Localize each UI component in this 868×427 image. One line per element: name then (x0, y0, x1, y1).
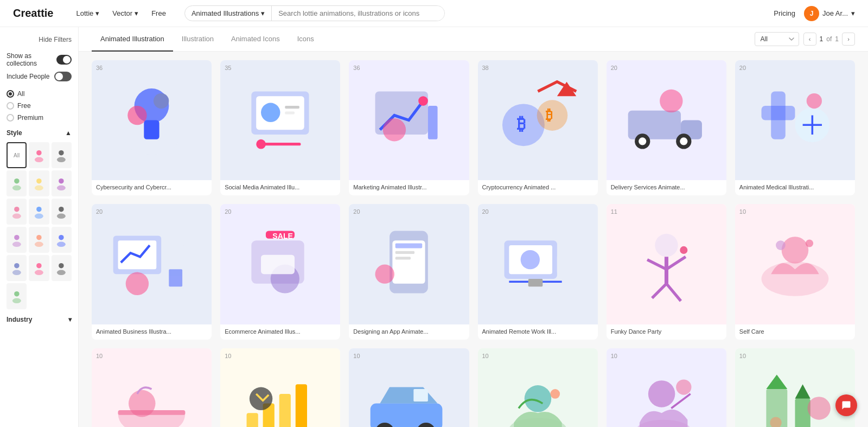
item-thumbnail: 36 (92, 60, 212, 180)
industry-section-header[interactable]: Industry ▾ (7, 316, 72, 323)
item-card[interactable]: 10 Aunties Cooking Show (478, 348, 598, 427)
item-card[interactable]: 10 Investment and Finances (349, 348, 469, 427)
item-card[interactable]: 11 Funky Dance Party (607, 204, 726, 339)
pricing-link[interactable]: Pricing (774, 9, 795, 17)
svg-point-113 (676, 379, 691, 394)
svg-line-88 (666, 257, 685, 269)
svg-point-6 (36, 178, 42, 183)
style-section-header[interactable]: Style ▲ (7, 129, 72, 137)
nav-lottie[interactable]: Lottie ▾ (71, 6, 105, 21)
item-thumbnail: 38 ₿ ₿ (478, 60, 598, 180)
svg-line-90 (666, 283, 681, 301)
item-count: 10 (482, 353, 489, 359)
svg-point-109 (524, 385, 551, 412)
tabs-right-controls: All Newest Popular ‹ 1 of 1 › (755, 32, 855, 46)
prev-page-top[interactable]: ‹ (803, 33, 816, 46)
item-count: 20 (96, 208, 103, 215)
item-count: 10 (353, 353, 360, 359)
item-card[interactable]: 20 SALE Ecommerce Animated Illus... (220, 204, 340, 339)
svg-rect-108 (414, 389, 429, 401)
item-card[interactable]: 36 Marketing Animated Illustr... (349, 60, 469, 195)
search-input[interactable] (272, 6, 444, 21)
tab-illustration[interactable]: Illustration (173, 27, 222, 52)
svg-point-24 (36, 263, 42, 268)
style-cell-f[interactable] (7, 199, 27, 225)
radio-premium-circle (7, 114, 14, 122)
item-count: 35 (225, 65, 231, 71)
style-cell-l[interactable] (7, 255, 27, 281)
hide-filters-button[interactable]: Hide Filters (7, 36, 72, 43)
avatar: J (804, 6, 819, 21)
style-cell-all[interactable]: All (7, 142, 27, 168)
item-card[interactable]: 20 Animated Remote Work Ill... (478, 204, 598, 339)
svg-point-7 (35, 185, 43, 190)
svg-line-89 (652, 283, 667, 298)
style-cell-k[interactable] (52, 227, 72, 253)
include-people-toggle[interactable] (54, 72, 72, 81)
search-category-dropdown[interactable]: Animated Illustrations ▾ (185, 6, 272, 21)
chat-bubble[interactable] (835, 394, 857, 416)
style-cell-j[interactable] (29, 199, 49, 225)
item-card[interactable]: 10 Self Care (735, 204, 855, 339)
item-card[interactable]: 20 Delivery Services Animate... (607, 60, 726, 195)
svg-rect-76 (395, 251, 414, 253)
user-menu[interactable]: J Joe Ar... ▾ (804, 6, 855, 21)
item-count: 11 (611, 208, 617, 215)
svg-point-8 (59, 178, 65, 183)
svg-text:SALE: SALE (273, 231, 293, 240)
style-cell-m[interactable] (29, 255, 49, 281)
item-title: Self Care (735, 324, 855, 340)
style-cell-a[interactable] (29, 142, 49, 168)
tab-animated-illustration[interactable]: Animated Illustration (92, 27, 173, 52)
radio-free[interactable]: Free (7, 102, 72, 110)
show-collections-toggle[interactable] (56, 55, 72, 65)
item-card[interactable]: 20 Designing an App Animate... (349, 204, 469, 339)
style-cell-h[interactable] (7, 227, 27, 253)
svg-point-2 (59, 150, 65, 155)
svg-point-13 (35, 213, 43, 219)
svg-point-26 (59, 263, 65, 268)
svg-point-14 (59, 206, 65, 212)
style-cell-n[interactable] (52, 255, 72, 281)
item-card[interactable]: 38 ₿ ₿ Cryptocurrency Animated ... (478, 60, 598, 195)
svg-point-28 (14, 291, 20, 296)
item-thumbnail: 36 (349, 60, 469, 180)
svg-point-23 (12, 270, 21, 275)
item-count: 38 (482, 65, 489, 71)
svg-point-0 (36, 150, 42, 155)
sort-dropdown[interactable]: All Newest Popular (755, 32, 799, 46)
chevron-down-icon: ▾ (851, 9, 855, 17)
style-cell-i[interactable] (29, 227, 49, 253)
nav-vector[interactable]: Vector ▾ (107, 6, 144, 21)
next-page-top[interactable]: › (842, 33, 855, 46)
style-cell-c[interactable] (7, 170, 27, 196)
logo[interactable]: Creattie (13, 7, 53, 20)
item-card[interactable]: 10 Exploring Italy (735, 348, 855, 427)
item-card[interactable]: 20 Animated Business Illustra... (92, 204, 212, 339)
nav-search-bar: Animated Illustrations ▾ (184, 5, 445, 21)
item-card[interactable]: 36 Cybersecurity and Cybercr... (92, 60, 212, 195)
item-card[interactable]: 20 Animated Medical Illustrati... (735, 60, 855, 195)
style-cell-b[interactable] (52, 142, 72, 168)
radio-all[interactable]: All (7, 90, 72, 98)
style-cell-g[interactable] (52, 199, 72, 225)
item-card[interactable]: 10 Investment and Finances (220, 348, 340, 427)
tab-icons[interactable]: Icons (289, 27, 323, 52)
item-card[interactable]: 10 Aunties Cooking Show (607, 348, 726, 427)
radio-premium[interactable]: Premium (7, 114, 72, 122)
item-card[interactable]: 35 Social Media Animated Illu... (220, 60, 340, 195)
svg-rect-44 (428, 106, 438, 139)
item-thumbnail: 10 (478, 348, 598, 427)
chevron-down-icon: ▾ (95, 9, 99, 17)
item-count: 10 (739, 353, 746, 359)
tab-animated-icons[interactable]: Animated Icons (222, 27, 289, 52)
item-thumbnail: 10 (735, 348, 855, 427)
nav-free[interactable]: Free (146, 6, 171, 21)
style-cell-e[interactable] (52, 170, 72, 196)
style-cell-o[interactable] (7, 283, 27, 309)
main-content: Animated IllustrationIllustrationAnimate… (79, 27, 868, 427)
main-layout: Hide Filters Show as collections Include… (0, 27, 868, 427)
style-cell-d[interactable] (29, 170, 49, 196)
svg-rect-67 (169, 269, 182, 286)
item-card[interactable]: 10 Self Care (92, 348, 212, 427)
